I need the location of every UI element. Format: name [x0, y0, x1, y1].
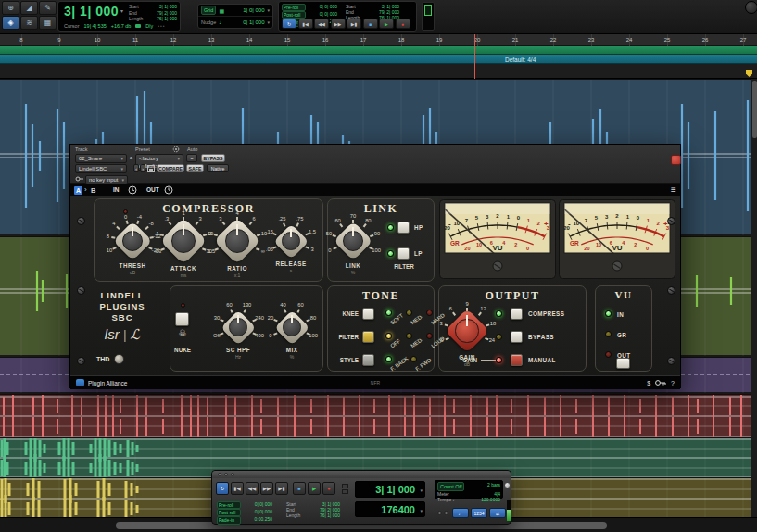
metronome-button[interactable]: ♩: [452, 508, 469, 518]
click-options-buttons: ♩1234⇄: [452, 508, 506, 518]
count-off-button[interactable]: 1234: [471, 508, 487, 518]
record-button[interactable]: ●: [322, 482, 335, 495]
online-button[interactable]: ↻: [216, 482, 229, 495]
vu-mode-button[interactable]: [616, 358, 630, 369]
play-button[interactable]: ▶: [308, 482, 321, 495]
hp-label: HP: [414, 224, 423, 231]
vu-meter-right: 201075321012320106420-+GRVU: [559, 199, 675, 279]
compare-button[interactable]: COMPARE: [157, 164, 184, 172]
post-roll-field[interactable]: Post-roll0| 0| 000: [217, 509, 272, 516]
fade-in-field[interactable]: Fade-in0:00.250: [217, 516, 272, 524]
style-ffwd-led: F. FWD: [410, 356, 417, 362]
window-button-icon[interactable]: [231, 473, 234, 476]
out-label: OUT: [146, 186, 159, 193]
midi-merge-button[interactable]: ⇄: [489, 508, 506, 518]
tick-mark: [452, 312, 455, 316]
in-label: IN: [113, 186, 120, 193]
manual-button[interactable]: [511, 354, 523, 366]
vu-gr-led: [605, 331, 612, 337]
ab-slot-b-button[interactable]: B: [91, 186, 95, 195]
knob-pointer: [466, 315, 468, 326]
tempo--row[interactable]: Tempo ♩120.0000: [437, 497, 500, 502]
automation-enable-button[interactable]: ~: [186, 154, 197, 162]
round-button-icon[interactable]: [437, 511, 442, 515]
expand-buttons[interactable]: [342, 484, 348, 494]
vertical-scrollbar[interactable]: [751, 79, 757, 517]
transport-secondary-counter[interactable]: 176400 ▾: [355, 501, 425, 517]
hp-filter-button[interactable]: [397, 222, 410, 234]
ab-slot-a-button[interactable]: A: [74, 186, 82, 195]
previous-preset-button[interactable]: ‹: [133, 164, 139, 172]
next-preset-button[interactable]: ›: [140, 164, 145, 172]
svg-text:GR: GR: [450, 240, 460, 247]
knob-label: GAIN: [425, 354, 509, 361]
return-to-zero-button[interactable]: ▮◀: [231, 482, 244, 495]
in-clock-icon[interactable]: [128, 185, 137, 195]
gain-knob[interactable]: 0369121824GAINdB: [425, 289, 509, 373]
rewind-button[interactable]: ◀◀: [246, 482, 259, 495]
insert-position-selector[interactable]: Lindell SBC▾: [75, 164, 127, 173]
pre-roll-field[interactable]: Pre-roll0| 0| 000: [217, 501, 272, 509]
thd-control[interactable]: THD: [96, 354, 124, 364]
thd-knob[interactable]: [114, 354, 124, 364]
stop-button[interactable]: ■: [293, 482, 306, 495]
bypass-button[interactable]: BYPASS: [201, 154, 225, 162]
knob-tick-label: 60: [329, 218, 347, 223]
ab-copy-icon[interactable]: ›: [84, 185, 87, 194]
window-button-icon[interactable]: [218, 473, 221, 476]
svg-text:VU: VU: [492, 244, 502, 252]
chevron-down-icon[interactable]: ▾: [420, 508, 423, 513]
transport-main-counter[interactable]: 3| 1| 000 ▾: [355, 481, 425, 498]
auto-suspend-indicator[interactable]: a: [130, 155, 132, 160]
knee-button[interactable]: [362, 308, 374, 320]
style-fback-led: F. BACK: [385, 356, 392, 362]
round-button-icon[interactable]: [444, 511, 448, 515]
filter-button[interactable]: [362, 331, 374, 343]
vu-mode-title: VU: [596, 289, 651, 300]
tick-mark: [479, 312, 482, 316]
knob-pointer: [352, 227, 354, 236]
svg-text:10: 10: [596, 242, 601, 247]
hamburger-menu-icon[interactable]: ≡: [671, 184, 676, 195]
compress-button[interactable]: [511, 308, 523, 320]
knob-tick-label: .3: [158, 216, 176, 222]
track-label: Track: [75, 146, 88, 152]
playhead-cursor[interactable]: [474, 34, 475, 79]
out-clock-icon[interactable]: [164, 185, 173, 195]
transport-selection-fields: Start3| 1| 000End79| 2| 000Length76| 1| …: [286, 501, 340, 519]
vertical-scroll-thumb[interactable]: [752, 81, 757, 138]
lp-filter-button[interactable]: [397, 247, 410, 260]
track-kick[interactable]: [0, 394, 751, 437]
tick-mark: [220, 319, 223, 321]
value: 0| 0| 000: [243, 509, 272, 516]
label: Fade-in: [217, 516, 241, 524]
mix-knob[interactable]: 020406080100MIX%: [250, 285, 334, 369]
knee-soft-led: SOFT: [385, 310, 392, 316]
close-icon[interactable]: [671, 155, 681, 165]
tone-title: TONE: [328, 289, 434, 303]
window-button-icon[interactable]: [224, 473, 228, 476]
style-button[interactable]: [362, 354, 374, 366]
gear-icon[interactable]: [172, 146, 180, 153]
knob-tick-label: .25: [272, 216, 291, 222]
fast-forward-button[interactable]: ▶▶: [260, 482, 273, 495]
go-to-end-button[interactable]: ▶▮: [275, 482, 288, 495]
skull-icon: ☠: [174, 328, 191, 338]
svg-text:0: 0: [526, 246, 529, 251]
save-preset-icon[interactable]: [147, 165, 155, 172]
bypass-button[interactable]: [511, 331, 523, 343]
tick-mark: [272, 233, 276, 234]
track-selector[interactable]: 02_Snare▾: [75, 154, 127, 163]
round-knob-icon[interactable]: [504, 482, 511, 488]
knee-med-led: MED.: [406, 310, 412, 316]
chevron-down-icon[interactable]: ▾: [420, 488, 423, 493]
length-field[interactable]: Length76| 1| 000: [286, 513, 340, 518]
safe-button[interactable]: SAFE: [186, 164, 204, 172]
nuke-button[interactable]: [175, 312, 189, 326]
link-knob[interactable]: 05060708090100LINK%: [311, 199, 395, 283]
svg-text:20: 20: [584, 246, 589, 251]
transport-titlebar[interactable]: [212, 471, 511, 478]
label: Count Off: [437, 482, 464, 491]
knob-tick-label: 6: [441, 306, 460, 311]
count-off-row[interactable]: Count Off2 bars: [437, 482, 500, 491]
